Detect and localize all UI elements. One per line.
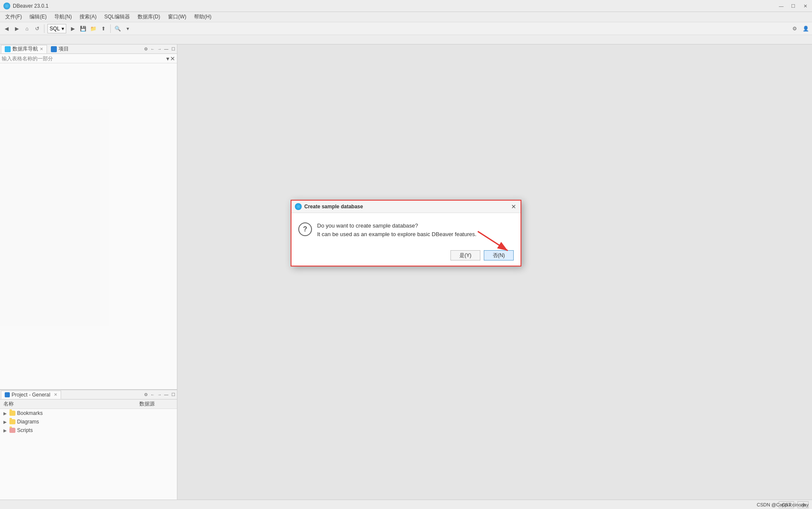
dialog-title-icon bbox=[295, 203, 302, 210]
dialog-title-text: Create sample database bbox=[304, 204, 508, 210]
dialog-close-button[interactable]: ✕ bbox=[510, 203, 517, 210]
dialog-title-bar: Create sample database ✕ bbox=[291, 201, 521, 213]
dialog-footer: 是(Y) 否(N) bbox=[291, 247, 521, 266]
question-mark: ? bbox=[303, 225, 307, 233]
dialog-message: Do you want to create sample database? I… bbox=[317, 222, 514, 238]
yes-button[interactable]: 是(Y) bbox=[450, 250, 480, 260]
dialog-message-line2: It can be used as an example to explore … bbox=[317, 230, 514, 239]
no-button[interactable]: 否(N) bbox=[484, 250, 514, 260]
dialog-body: ? Do you want to create sample database?… bbox=[291, 213, 521, 247]
dialog-question-icon: ? bbox=[298, 222, 312, 236]
dialog-overlay: Create sample database ✕ ? Do you want t… bbox=[0, 0, 812, 509]
create-sample-database-dialog: Create sample database ✕ ? Do you want t… bbox=[291, 200, 521, 266]
dialog-message-line1: Do you want to create sample database? bbox=[317, 222, 514, 230]
